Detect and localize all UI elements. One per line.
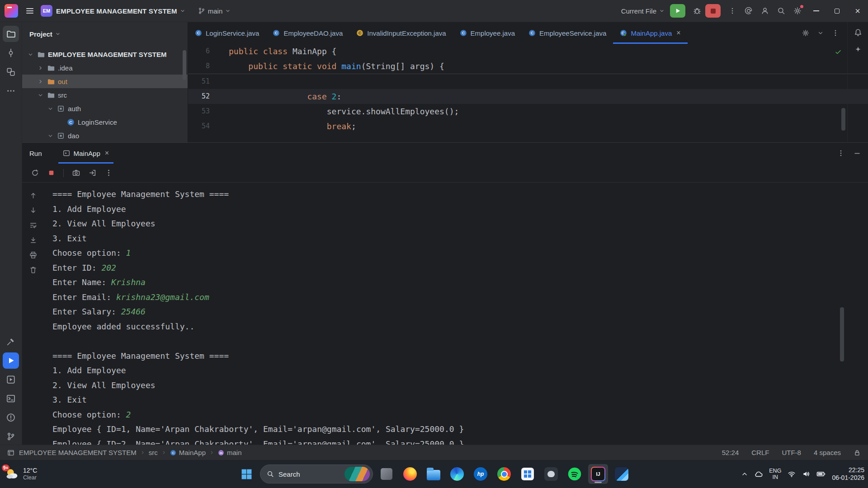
rerun-icon[interactable] <box>28 167 41 179</box>
intellij-idea-taskbar-icon[interactable]: IJ <box>588 464 608 484</box>
microsoft-store-taskbar-icon[interactable] <box>518 464 538 484</box>
scroll-to-end-icon[interactable] <box>22 233 44 248</box>
terminal-icon[interactable] <box>3 390 19 407</box>
scroll-up-icon[interactable] <box>22 188 44 203</box>
chevron-down-icon[interactable] <box>47 105 54 112</box>
indent-setting[interactable]: 4 spaces <box>814 449 841 456</box>
github-desktop-taskbar-icon[interactable] <box>541 464 561 484</box>
hp-taskbar-icon[interactable]: hp <box>471 464 491 484</box>
tab-employeedao-java[interactable]: CEmployeeDAO.java <box>266 22 349 44</box>
tree-item-out[interactable]: out <box>22 75 188 88</box>
tab-employee-java[interactable]: CEmployee.java <box>453 22 522 44</box>
caret-position[interactable]: 52:24 <box>722 449 739 456</box>
battery-icon[interactable] <box>816 469 826 479</box>
close-tab-icon[interactable]: × <box>676 29 680 37</box>
tab-loginservice-java[interactable]: CLoginService.java <box>188 22 266 44</box>
notifications-icon[interactable] <box>854 28 862 37</box>
onedrive-icon[interactable] <box>755 470 763 478</box>
git-branch-widget[interactable]: main <box>198 7 231 15</box>
hidden-icons-chevron-icon[interactable] <box>741 470 748 478</box>
soft-wrap-icon[interactable] <box>22 218 44 233</box>
chevron-down-icon[interactable] <box>27 51 34 58</box>
tab-mainapp-java[interactable]: CMainApp.java× <box>613 22 687 44</box>
weather-widget[interactable]: 9+ 12°C Clear <box>5 467 37 481</box>
code-editor[interactable]: 6public class MainApp {8 public static v… <box>188 44 868 142</box>
firefox-taskbar-icon[interactable] <box>400 464 420 484</box>
settings-button[interactable] <box>789 3 806 19</box>
tab-invalidinputexception-java[interactable]: CInvalidInputException.java <box>349 22 453 44</box>
scroll-down-icon[interactable] <box>22 203 44 218</box>
print-icon[interactable] <box>22 248 44 263</box>
file-encoding[interactable]: UTF-8 <box>782 449 801 456</box>
tree-item-src[interactable]: src <box>22 88 188 102</box>
tab-employeeservice-java[interactable]: CEmployeeService.java <box>522 22 613 44</box>
editor-settings-icon[interactable] <box>802 29 809 37</box>
tree-item-dao[interactable]: dao <box>22 129 188 142</box>
volume-icon[interactable] <box>802 470 810 478</box>
maximize-window-button[interactable] <box>826 0 847 22</box>
spotify-taskbar-icon[interactable] <box>565 464 585 484</box>
services-icon[interactable] <box>3 371 19 388</box>
edge-taskbar-icon[interactable] <box>447 464 467 484</box>
clock-widget[interactable]: 22:25 06-01-2026 <box>832 466 864 482</box>
breadcrumb-mainapp[interactable]: CMainApp <box>170 449 206 456</box>
clear-all-icon[interactable] <box>22 263 44 277</box>
search-highlight-image[interactable] <box>344 467 370 481</box>
task-view-taskbar-icon[interactable] <box>377 464 396 484</box>
ai-assistant-icon[interactable] <box>854 46 862 54</box>
structure-icon[interactable] <box>3 64 19 80</box>
project-selector[interactable]: EMPLOYEE MANAGEMENT SYSTEM <box>56 7 185 15</box>
more-run-actions-button[interactable] <box>724 3 741 19</box>
breadcrumb-main[interactable]: mmain <box>218 449 242 456</box>
start-button[interactable] <box>236 464 256 484</box>
breadcrumb-employee-management-system[interactable]: EMPLOYEE MANAGEMENT SYSTEM <box>19 449 137 456</box>
detach-icon[interactable] <box>86 167 99 179</box>
code-with-me-button[interactable] <box>741 3 757 19</box>
problems-icon[interactable] <box>3 409 19 426</box>
intellij-logo-icon[interactable] <box>5 4 18 18</box>
project-folder-icon[interactable] <box>3 26 19 42</box>
more-vertical-icon[interactable] <box>102 167 115 179</box>
run-button[interactable] <box>670 4 685 18</box>
language-switcher[interactable]: ENG IN <box>769 468 781 480</box>
wifi-icon[interactable] <box>788 470 796 478</box>
tree-item-loginservice[interactable]: CLoginService <box>22 115 188 129</box>
close-run-tab-icon[interactable]: × <box>105 149 109 157</box>
chevron-right-icon[interactable] <box>37 64 44 71</box>
chevron-down-icon[interactable] <box>37 91 44 99</box>
search-everywhere-button[interactable] <box>773 3 789 19</box>
run-icon[interactable] <box>3 352 19 369</box>
console-output[interactable]: ==== Employee Management System ====1. A… <box>44 183 868 445</box>
run-panel-options-icon[interactable] <box>837 150 844 157</box>
more-icon[interactable] <box>3 83 19 99</box>
debug-button[interactable] <box>689 3 705 19</box>
editor-scrollbar[interactable] <box>841 108 845 131</box>
stop-button[interactable] <box>705 4 721 18</box>
taskbar-search[interactable]: Search <box>260 465 373 483</box>
line-separator[interactable]: CRLF <box>751 449 769 456</box>
photos-taskbar-icon[interactable] <box>612 464 632 484</box>
project-scrollbar[interactable] <box>183 50 186 80</box>
inspections-ok-icon[interactable] <box>835 48 842 56</box>
write-access-lock-icon[interactable] <box>854 449 861 456</box>
build-icon[interactable] <box>3 333 19 350</box>
chrome-taskbar-icon[interactable] <box>494 464 514 484</box>
console-scrollbar[interactable] <box>840 307 844 361</box>
screenshot-icon[interactable] <box>70 167 82 179</box>
chevron-right-icon[interactable] <box>37 78 44 85</box>
project-panel-header[interactable]: Project <box>22 22 188 46</box>
run-configuration-selector[interactable]: Current File <box>621 7 665 15</box>
tab-options-icon[interactable] <box>832 29 839 37</box>
tree-item-idea[interactable]: .idea <box>22 61 188 75</box>
stop-icon[interactable] <box>45 167 57 179</box>
tree-item-auth[interactable]: auth <box>22 102 188 115</box>
run-tab-mainapp[interactable]: MainApp × <box>58 143 114 164</box>
minimize-window-button[interactable] <box>806 0 826 22</box>
tab-list-chevron-icon[interactable] <box>817 30 824 36</box>
commit-icon[interactable] <box>3 45 19 61</box>
close-window-button[interactable]: × <box>847 0 868 22</box>
tree-item-employee-management-system[interactable]: EMPLOYEE MANAGEMENT SYSTEM <box>22 47 188 61</box>
hide-panel-icon[interactable] <box>854 150 861 157</box>
main-menu-button[interactable] <box>22 3 38 19</box>
breadcrumb-src[interactable]: src <box>149 449 158 456</box>
